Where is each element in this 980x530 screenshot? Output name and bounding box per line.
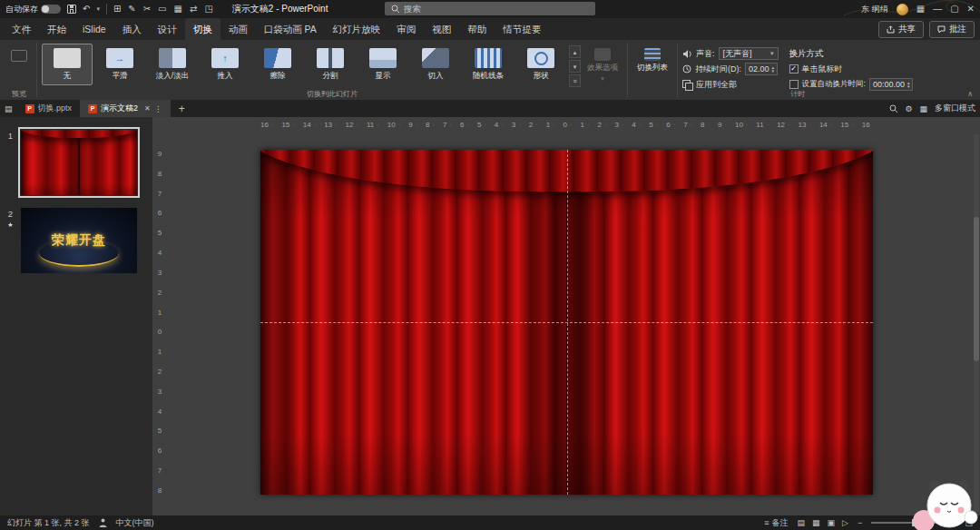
ribbon-tab[interactable]: 设计 bbox=[150, 18, 185, 40]
transition-label: 随机线条 bbox=[473, 71, 504, 82]
transition-label: 淡入/淡出 bbox=[156, 71, 189, 82]
on-mouse-click-checkbox[interactable]: ✓ bbox=[789, 64, 799, 74]
ruler-number: 13 bbox=[324, 121, 338, 129]
ribbon-tab[interactable]: 动画 bbox=[220, 18, 256, 40]
qat-command-icon[interactable]: ⊞ bbox=[113, 0, 121, 18]
ribbon-tab[interactable]: iSlide bbox=[74, 18, 114, 40]
autosave-label: 自动保存 bbox=[5, 4, 38, 15]
qat-command-icon[interactable]: ▭ bbox=[158, 0, 166, 18]
slide-sorter-icon[interactable]: ▦ bbox=[812, 518, 820, 527]
multi-window-grid-icon[interactable]: ▦ bbox=[919, 104, 927, 113]
qat-command-icon[interactable]: ▦ bbox=[174, 0, 182, 18]
undo-icon[interactable]: ↶ bbox=[83, 0, 90, 18]
transition-item[interactable]: 淡入/淡出 bbox=[147, 44, 198, 85]
transition-label: 切入 bbox=[428, 71, 444, 82]
multi-window-mode-label[interactable]: 多窗口模式 bbox=[935, 103, 975, 114]
reading-view-icon[interactable]: ▣ bbox=[828, 518, 836, 527]
ruler-number: 5 bbox=[649, 121, 658, 129]
auto-advance-checkbox[interactable] bbox=[789, 80, 799, 89]
view-switcher: ▤▦▣▷ bbox=[797, 518, 848, 527]
duration-input[interactable]: 02.00 ▴▾ bbox=[745, 63, 778, 75]
ribbon-tab[interactable]: 切换 bbox=[185, 18, 220, 40]
spinner-arrows[interactable]: ▴▾ bbox=[907, 81, 910, 88]
vertical-scrollbar[interactable] bbox=[974, 133, 979, 513]
autosave-toggle[interactable] bbox=[41, 5, 61, 14]
share-button[interactable]: 共享 bbox=[878, 21, 924, 38]
slideshow-icon[interactable]: ▷ bbox=[842, 518, 848, 527]
quick-access-toolbar: ⊞✎✂▭▦⇄◳ bbox=[113, 0, 213, 18]
qat-command-icon[interactable]: ◳ bbox=[204, 0, 212, 18]
ribbon-tab[interactable]: 口袋动画 PA bbox=[256, 18, 325, 40]
search-icon[interactable] bbox=[889, 104, 897, 113]
horizontal-guide[interactable] bbox=[260, 322, 873, 323]
status-bar: 幻灯片 第 1 张, 共 2 张 中文(中国) ≡备注 ▤▦▣▷ − + ◳ bbox=[0, 515, 980, 530]
comments-button[interactable]: 批注 bbox=[929, 21, 975, 38]
user-name[interactable]: 东 纲绢 bbox=[861, 4, 888, 15]
ribbon-tab[interactable]: 幻灯片放映 bbox=[325, 18, 389, 40]
ribbon-tab[interactable]: 开始 bbox=[39, 18, 74, 40]
transition-item[interactable]: 随机线条 bbox=[463, 44, 514, 85]
search-input[interactable] bbox=[404, 4, 589, 14]
settings-gear-icon[interactable]: ⚙ bbox=[905, 104, 912, 113]
ruler-number: 5 bbox=[477, 121, 486, 129]
scrollbar-thumb[interactable] bbox=[974, 217, 979, 361]
notes-button[interactable]: ≡备注 bbox=[764, 517, 788, 529]
ribbon-tab[interactable]: 帮助 bbox=[459, 18, 495, 40]
normal-view-icon[interactable]: ▤ bbox=[797, 518, 805, 527]
file-tab[interactable]: 文件 bbox=[4, 18, 39, 40]
slide-indicator[interactable]: 幻灯片 第 1 张, 共 2 张 bbox=[7, 517, 90, 529]
transition-item[interactable]: 分割 bbox=[305, 44, 356, 85]
curtain-valance bbox=[21, 130, 137, 138]
accessibility-icon[interactable] bbox=[99, 518, 107, 527]
ribbon-display-options-icon[interactable]: ▦ bbox=[916, 0, 925, 18]
slide-canvas[interactable] bbox=[260, 150, 873, 495]
gallery-scroll-down-icon[interactable]: ▾ bbox=[569, 60, 581, 73]
qat-command-icon[interactable]: ✂ bbox=[143, 0, 151, 18]
effect-options-button[interactable]: 效果选项 ▾ bbox=[583, 44, 622, 85]
horizontal-ruler[interactable]: 1615141312111098765432101234567891011121… bbox=[260, 119, 873, 131]
save-icon[interactable] bbox=[67, 5, 76, 14]
transition-list-button[interactable]: 切换列表 bbox=[632, 44, 672, 76]
ribbon-tab[interactable]: 审阅 bbox=[388, 18, 424, 40]
transition-item[interactable]: 形状 bbox=[515, 44, 566, 85]
user-avatar[interactable] bbox=[897, 4, 908, 15]
ruler-number: 14 bbox=[303, 121, 317, 129]
sound-select[interactable]: [无声音] ▾ bbox=[719, 47, 779, 60]
transition-item[interactable]: 无 bbox=[42, 44, 93, 85]
minimize-button[interactable]: — bbox=[933, 0, 942, 18]
transition-item[interactable]: 切入 bbox=[410, 44, 461, 85]
qat-command-icon[interactable]: ✎ bbox=[128, 0, 135, 18]
qat-command-icon[interactable]: ⇄ bbox=[190, 0, 197, 18]
transition-item[interactable]: →平滑 bbox=[94, 44, 145, 85]
document-tab[interactable]: P演示文稿2✕⋮ bbox=[80, 100, 171, 117]
document-tab[interactable]: P切换.pptx bbox=[17, 100, 81, 117]
close-button[interactable]: ✕ bbox=[967, 0, 975, 18]
collapse-ribbon-icon[interactable]: ∧ bbox=[967, 90, 973, 98]
slide-thumbnail[interactable]: 荣耀开盘 bbox=[21, 208, 137, 273]
transition-item[interactable]: 显示 bbox=[358, 44, 408, 85]
tab-menu-icon[interactable]: ⋮ bbox=[154, 104, 162, 113]
spinner-arrows[interactable]: ▴▾ bbox=[772, 65, 775, 73]
ribbon-tab[interactable]: 插入 bbox=[114, 18, 150, 40]
maximize-button[interactable]: ▢ bbox=[950, 0, 958, 18]
language-indicator[interactable]: 中文(中国) bbox=[116, 517, 154, 529]
transition-label: 形状 bbox=[534, 71, 549, 82]
group-label-transitions: 切换到此幻灯片 bbox=[37, 89, 627, 99]
close-tab-icon[interactable]: ✕ bbox=[144, 104, 151, 113]
document-list-icon[interactable]: ▤ bbox=[5, 100, 13, 118]
new-tab-button[interactable]: + bbox=[175, 103, 189, 115]
undo-dropdown-icon[interactable]: ▾ bbox=[96, 5, 100, 13]
autosave-control[interactable]: 自动保存 bbox=[5, 4, 61, 15]
ribbon-tab[interactable]: 视图 bbox=[424, 18, 459, 40]
ribbon-tab[interactable]: 情节提要 bbox=[495, 18, 549, 40]
gallery-scroll-up-icon[interactable]: ▴ bbox=[569, 45, 581, 58]
preview-button[interactable] bbox=[6, 44, 32, 64]
group-label-timing: 计时 bbox=[678, 89, 917, 99]
vertical-ruler[interactable]: 987654321012345678 bbox=[154, 150, 165, 495]
transition-item[interactable]: 擦除 bbox=[252, 44, 303, 85]
gallery-more-icon[interactable]: ≡ bbox=[569, 74, 581, 87]
zoom-out-button[interactable]: − bbox=[858, 518, 862, 527]
search-box[interactable] bbox=[385, 2, 595, 15]
transition-item[interactable]: ↑推入 bbox=[200, 44, 250, 85]
slide-thumbnail[interactable] bbox=[21, 130, 137, 195]
